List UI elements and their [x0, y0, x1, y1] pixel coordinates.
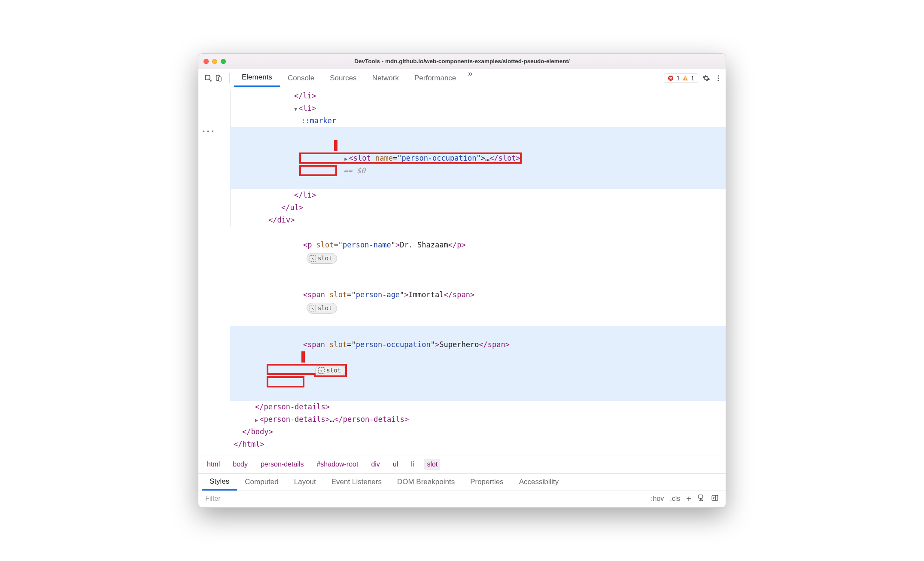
warning-icon: [682, 75, 688, 81]
subtab-styles[interactable]: Styles: [202, 474, 237, 491]
gutter-dots-icon: •••: [202, 127, 215, 137]
slot-link-icon: [318, 367, 325, 374]
svg-point-7: [718, 77, 719, 79]
svg-point-8: [718, 80, 719, 81]
crumb-html[interactable]: html: [204, 459, 222, 470]
styles-filter-input[interactable]: [202, 492, 651, 505]
error-icon: [668, 75, 674, 81]
tree-line-ul-close[interactable]: </ul>: [230, 201, 726, 214]
hov-toggle[interactable]: :hov: [651, 495, 664, 503]
toggle-sidebar-icon[interactable]: [711, 494, 719, 503]
minimize-window-button[interactable]: [212, 59, 217, 64]
warning-count: 1: [691, 75, 694, 82]
window-title: DevTools - mdn.github.io/web-components-…: [198, 58, 726, 64]
tab-performance[interactable]: Performance: [407, 69, 464, 87]
svg-rect-9: [698, 495, 703, 498]
tree-line-p-person-name[interactable]: <p slot="person-name">Dr. Shazaam</p> sl…: [230, 226, 726, 276]
tabs-overflow-icon[interactable]: »: [464, 69, 477, 87]
tab-console[interactable]: Console: [280, 69, 322, 87]
crumb-shadow-root[interactable]: #shadow-root: [314, 459, 361, 470]
tree-line-li-open[interactable]: ▼<li>: [230, 102, 726, 115]
close-window-button[interactable]: [204, 59, 209, 64]
svg-rect-5: [685, 79, 686, 79]
devtools-window: DevTools - mdn.github.io/web-components-…: [198, 53, 726, 507]
tree-line-marker[interactable]: ::marker: [230, 115, 726, 127]
crumb-ul[interactable]: ul: [390, 459, 401, 470]
crumb-div[interactable]: div: [368, 459, 382, 470]
highlight-box-slot-badge: slot: [268, 365, 346, 386]
window-controls: [204, 59, 226, 64]
tree-line-li-close2[interactable]: </li>: [230, 189, 726, 201]
svg-rect-10: [712, 495, 718, 500]
toolbar-left-group: [202, 74, 225, 82]
tree-gutter: •••: [198, 87, 230, 454]
crumb-li[interactable]: li: [408, 459, 416, 470]
tree-line-person-details-close[interactable]: </person-details>: [230, 401, 726, 413]
slot-reveal-badge[interactable]: slot: [307, 253, 337, 264]
expand-down-icon[interactable]: ▼: [294, 106, 297, 112]
styles-subtabs: Styles Computed Layout Event Listeners D…: [198, 474, 726, 491]
toolbar-separator: [229, 73, 230, 83]
tree-line-span-person-occupation[interactable]: <span slot="person-occupation">Superhero…: [230, 326, 726, 401]
slot-reveal-badge[interactable]: slot: [307, 303, 337, 314]
dom-tree[interactable]: </li> ▼<li> ::marker ▶<slot name="person…: [230, 87, 726, 454]
tab-sources[interactable]: Sources: [322, 69, 364, 87]
settings-icon[interactable]: [702, 74, 710, 82]
elements-panel: ••• </li> ▼<li> ::marker ▶<slot name="pe…: [198, 87, 726, 454]
more-options-icon[interactable]: [714, 74, 722, 82]
main-tabs: Elements Console Sources Network Perform…: [234, 69, 664, 87]
toolbar: Elements Console Sources Network Perform…: [198, 69, 726, 87]
svg-point-6: [718, 75, 719, 76]
subtab-properties[interactable]: Properties: [462, 474, 511, 491]
inspect-element-icon[interactable]: [204, 74, 212, 82]
svg-rect-2: [219, 77, 221, 81]
crumb-body[interactable]: body: [230, 459, 250, 470]
slot-reveal-badge[interactable]: slot: [315, 365, 346, 376]
issue-badges[interactable]: 1 1: [664, 73, 698, 83]
subtab-accessibility[interactable]: Accessibility: [511, 474, 567, 491]
toolbar-right-group: 1 1: [664, 73, 722, 83]
tab-elements[interactable]: Elements: [234, 69, 280, 87]
subtab-dom-breakpoints[interactable]: DOM Breakpoints: [389, 474, 462, 491]
styles-filter-controls: :hov .cls: [651, 494, 722, 504]
crumb-slot[interactable]: slot: [424, 459, 440, 470]
subtab-layout[interactable]: Layout: [286, 474, 324, 491]
subtab-computed[interactable]: Computed: [237, 474, 286, 491]
tree-line-li-close[interactable]: </li>: [230, 90, 726, 102]
slot-link-icon: [310, 305, 316, 311]
subtab-event-listeners[interactable]: Event Listeners: [324, 474, 389, 491]
slot-link-icon: [310, 255, 316, 262]
new-style-rule-icon[interactable]: [686, 494, 691, 504]
tree-line-body-close[interactable]: </body>: [230, 426, 726, 438]
zoom-window-button[interactable]: [221, 59, 226, 64]
highlight-box-slot: ▶<slot name="person-occupation">…</slot>: [301, 154, 520, 175]
styles-filter-row: :hov .cls: [198, 491, 726, 507]
tree-line-span-person-age[interactable]: <span slot="person-age">Immortal</span> …: [230, 276, 726, 326]
device-toggle-icon[interactable]: [215, 74, 222, 82]
tree-line-div-close[interactable]: </div>: [230, 214, 726, 226]
toggle-rendering-icon[interactable]: [697, 494, 705, 503]
cls-toggle[interactable]: .cls: [670, 495, 680, 503]
tab-network[interactable]: Network: [365, 69, 407, 87]
tree-line-html-close[interactable]: </html>: [230, 438, 726, 451]
breadcrumb: html body person-details #shadow-root di…: [198, 455, 726, 474]
error-count: 1: [676, 75, 680, 82]
tree-line-person-details-2[interactable]: ▶<person-details>…</person-details>: [230, 413, 726, 426]
expand-right-icon[interactable]: ▶: [255, 417, 258, 423]
expand-right-icon[interactable]: ▶: [344, 156, 347, 162]
titlebar: DevTools - mdn.github.io/web-components-…: [198, 54, 726, 69]
crumb-person-details[interactable]: person-details: [258, 459, 307, 470]
svg-rect-4: [685, 77, 686, 79]
tree-line-slot-selected[interactable]: ▶<slot name="person-occupation">…</slot>…: [230, 127, 726, 189]
selected-node-indicator: == $0: [339, 166, 365, 175]
